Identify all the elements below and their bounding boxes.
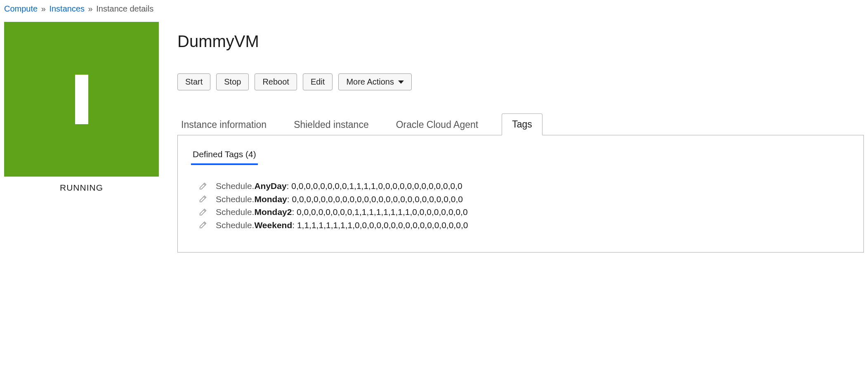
reboot-button[interactable]: Reboot	[255, 73, 297, 90]
pencil-icon[interactable]	[198, 220, 208, 229]
breadcrumb-current: Instance details	[96, 4, 153, 13]
tabs-row: Instance information Shielded instance O…	[177, 113, 864, 135]
subtab-row: Defined Tags (4)	[191, 147, 850, 165]
tag-namespace: Schedule.	[216, 220, 254, 230]
tag-row: Schedule.Monday: 0,0,0,0,0,0,0,0,0,0,0,0…	[198, 193, 850, 206]
page-title: DummyVM	[177, 32, 864, 51]
tag-text: Schedule.Monday: 0,0,0,0,0,0,0,0,0,0,0,0…	[216, 193, 463, 206]
tag-row: Schedule.Weekend: 1,1,1,1,1,1,1,1,0,0,0,…	[198, 219, 850, 232]
tag-separator: :	[287, 194, 292, 204]
tag-value: 0,0,0,0,0,0,0,0,0,0,0,0,0,0,0,0,0,0,0,0,…	[292, 194, 463, 204]
stop-button[interactable]: Stop	[216, 73, 249, 90]
breadcrumb-separator: »	[41, 4, 46, 13]
tag-row: Schedule.Monday2: 0,0,0,0,0,0,0,0,1,1,1,…	[198, 205, 850, 219]
breadcrumb-separator: »	[88, 4, 93, 13]
tag-value: 0,0,0,0,0,0,0,0,1,1,1,1,0,0,0,0,0,0,0,0,…	[291, 181, 462, 191]
tag-namespace: Schedule.	[216, 207, 254, 217]
tag-separator: :	[292, 207, 297, 217]
tag-list: Schedule.AnyDay: 0,0,0,0,0,0,0,0,1,1,1,1…	[191, 179, 850, 231]
caret-down-icon	[398, 80, 404, 84]
tab-instance-information[interactable]: Instance information	[177, 114, 270, 135]
breadcrumb-instances[interactable]: Instances	[49, 4, 85, 13]
tag-row: Schedule.AnyDay: 0,0,0,0,0,0,0,0,1,1,1,1…	[198, 179, 850, 193]
edit-button[interactable]: Edit	[303, 73, 333, 90]
more-actions-label: More Actions	[346, 77, 394, 87]
tag-key: Weekend	[254, 220, 292, 230]
more-actions-button[interactable]: More Actions	[338, 73, 412, 90]
status-panel: RUNNING	[4, 22, 159, 193]
pencil-icon[interactable]	[198, 182, 208, 191]
pencil-icon[interactable]	[198, 194, 208, 203]
breadcrumb: Compute » Instances » Instance details	[4, 4, 864, 14]
tab-tags[interactable]: Tags	[502, 113, 542, 135]
tag-text: Schedule.Monday2: 0,0,0,0,0,0,0,0,1,1,1,…	[216, 205, 468, 219]
tag-value: 1,1,1,1,1,1,1,1,0,0,0,0,0,0,0,0,0,0,0,0,…	[297, 220, 468, 230]
subtab-defined-tags[interactable]: Defined Tags (4)	[191, 147, 258, 165]
breadcrumb-compute[interactable]: Compute	[4, 4, 38, 13]
tab-oracle-cloud-agent[interactable]: Oracle Cloud Agent	[392, 114, 482, 135]
tag-text: Schedule.AnyDay: 0,0,0,0,0,0,0,0,1,1,1,1…	[216, 179, 462, 193]
instance-icon	[75, 75, 88, 124]
tag-key: Monday	[254, 194, 287, 204]
tab-shielded-instance[interactable]: Shielded instance	[290, 114, 373, 135]
tag-text: Schedule.Weekend: 1,1,1,1,1,1,1,1,0,0,0,…	[216, 219, 468, 232]
tag-namespace: Schedule.	[216, 194, 254, 204]
status-square	[4, 22, 159, 177]
tag-key: AnyDay	[254, 181, 286, 191]
pencil-icon[interactable]	[198, 208, 208, 217]
start-button[interactable]: Start	[177, 73, 210, 90]
tag-namespace: Schedule.	[216, 181, 254, 191]
tab-content: Defined Tags (4) Schedule.AnyDay: 0,0,0,…	[177, 135, 864, 253]
action-bar: Start Stop Reboot Edit More Actions	[177, 73, 864, 90]
tag-separator: :	[287, 181, 292, 191]
status-label: RUNNING	[60, 183, 103, 193]
tag-separator: :	[292, 220, 297, 230]
tag-key: Monday2	[254, 207, 292, 217]
tag-value: 0,0,0,0,0,0,0,0,1,1,1,1,1,1,1,1,0,0,0,0,…	[297, 207, 468, 217]
